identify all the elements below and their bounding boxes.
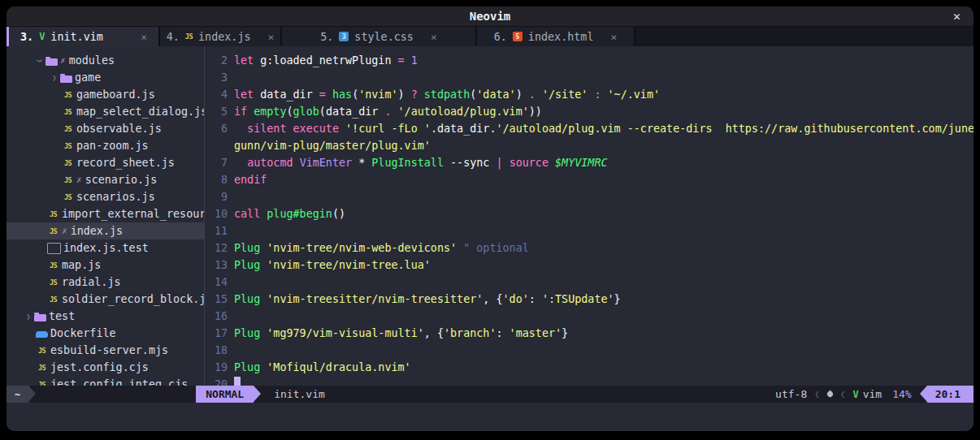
tree-item-esbuild-server-mjs[interactable]: JSesbuild-server.mjs xyxy=(7,342,204,359)
token: | xyxy=(497,157,503,169)
js-icon: JS xyxy=(47,295,59,304)
code-line-12[interactable]: 12Plug 'nvim-tree/nvim-web-devicons' " o… xyxy=(205,239,973,257)
line-number: 5 xyxy=(205,106,228,118)
code-text: gunn/vim-plug/master/plug.vim' xyxy=(228,140,431,152)
tab-close-icon[interactable]: × xyxy=(141,31,147,43)
window-close-icon[interactable]: ✕ xyxy=(953,6,960,26)
tree-item-game[interactable]: ❯game xyxy=(7,69,204,86)
tree-item-test[interactable]: ❯test xyxy=(7,308,204,325)
tab-close-icon[interactable]: × xyxy=(431,31,437,43)
line-number: 4 xyxy=(205,88,228,101)
code-line-13[interactable]: 13Plug 'nvim-tree/nvim-tree.lua' xyxy=(205,257,973,274)
tree-item-soldier-record-block-j[interactable]: JSsoldier_record_block.j xyxy=(7,291,204,308)
code-line-7[interactable]: 7 autocmd VimEnter * PlugInstall --sync … xyxy=(205,154,973,171)
js-icon: JS xyxy=(62,142,74,150)
token: let xyxy=(234,54,254,67)
code-line-18[interactable]: 18 xyxy=(205,342,973,359)
tab-label: init.vim xyxy=(50,31,103,43)
code-line-8[interactable]: 8endif xyxy=(205,171,973,188)
token: has xyxy=(332,88,352,101)
code-line-10[interactable]: 10call plug#begin() xyxy=(205,205,973,222)
line-number: 9 xyxy=(205,191,228,203)
tab-close-icon[interactable]: × xyxy=(268,31,275,43)
tree-item-radial-js[interactable]: JSradial.js xyxy=(7,274,204,291)
tree-item-label: jest.config.cjs xyxy=(50,361,149,373)
tree-item-gameboard-js[interactable]: JSgameboard.js xyxy=(7,86,204,103)
code-line-15[interactable]: 15Plug 'nvim-treesitter/nvim-treesitter'… xyxy=(205,291,973,308)
tab-index-js[interactable]: 4.JSindex.js× xyxy=(160,27,282,46)
js-icon: JS xyxy=(47,278,59,287)
token: '~/.vim' xyxy=(608,88,661,101)
code-line-4[interactable]: 4let data_dir = has('nvim') ? stdpath('d… xyxy=(205,86,973,103)
line-number: 8 xyxy=(205,174,228,186)
code-line-9[interactable]: 9 xyxy=(205,188,973,205)
tree-item-modules[interactable]: ❯✗modules xyxy=(7,52,204,69)
tree-item-label: scenario.js xyxy=(85,174,158,186)
titlebar[interactable]: Neovim ✕ xyxy=(7,6,973,27)
command-line[interactable] xyxy=(7,403,973,431)
line-number: 19 xyxy=(205,361,228,373)
file-tree[interactable]: ❯✗modules❯gameJSgameboard.jsJSmap_select… xyxy=(7,46,205,386)
chevron-down-icon[interactable]: ❯ xyxy=(36,55,44,67)
chevron-right-icon[interactable]: ❯ xyxy=(49,74,60,82)
token: execute xyxy=(293,123,339,135)
code-text: Plug 'mg979/vim-visual-multi', {'branch'… xyxy=(228,327,568,339)
tree-item-dockerfile[interactable]: Dockerfile xyxy=(7,325,204,342)
mode-indicator: NORMAL xyxy=(196,386,254,403)
html-icon: 5 xyxy=(513,32,523,41)
token xyxy=(247,106,254,118)
token: Plug xyxy=(234,293,260,305)
token xyxy=(549,157,555,169)
tree-item-pan-zoom-js[interactable]: JSpan-zoom.js xyxy=(7,137,204,154)
code-line-2[interactable]: 2let g:loaded_netrwPlugin = 1 xyxy=(205,52,973,69)
token xyxy=(326,88,332,101)
line-number: 16 xyxy=(205,310,228,322)
line-number: 11 xyxy=(205,225,228,237)
token: ? xyxy=(411,88,418,101)
js-icon: JS xyxy=(185,32,193,41)
tree-item-map-select-dialog-js[interactable]: JSmap_select_dialog.js xyxy=(7,103,204,120)
token: 'do' xyxy=(503,293,529,305)
code-line-17[interactable]: 17Plug 'mg979/vim-visual-multi', {'branc… xyxy=(205,325,973,342)
tab-index-html[interactable]: 6.5index.html× xyxy=(477,27,635,46)
code-line-11[interactable]: 11 xyxy=(205,222,973,239)
editor-buffer[interactable]: 2let g:loaded_netrwPlugin = 134let data_… xyxy=(205,46,973,386)
line-number: 14 xyxy=(205,276,228,288)
code-line-20[interactable]: 20 xyxy=(205,376,973,386)
code-line-3[interactable]: 3 xyxy=(205,69,973,86)
tree-item-index-js-test[interactable]: index.js.test xyxy=(7,239,204,257)
js-icon: JS xyxy=(47,227,59,235)
window-title: Neovim xyxy=(470,10,511,23)
tab-close-icon[interactable]: × xyxy=(610,31,617,43)
code-line-5[interactable]: 5if empty(glob(data_dir . '/autoload/plu… xyxy=(205,103,973,120)
tree-item-map-js[interactable]: JSmap.js xyxy=(7,257,204,274)
js-icon: JS xyxy=(36,364,48,372)
code-line-14[interactable]: 14 xyxy=(205,274,973,291)
cursor-position: 20:1 xyxy=(927,386,973,403)
code-line-19[interactable]: 19Plug 'Mofiqul/dracula.nvim' xyxy=(205,359,973,376)
code-line-6[interactable]: 6 silent execute '!curl -fLo '.data_dir.… xyxy=(205,120,973,137)
tree-item-record-sheet-js[interactable]: JSrecord_sheet.js xyxy=(7,154,204,171)
tree-item-jest-config-cjs[interactable]: JSjest.config.cjs xyxy=(7,359,204,376)
line-number: 18 xyxy=(205,344,228,356)
tree-item-scenarios-js[interactable]: JSscenarios.js xyxy=(7,188,204,205)
chevron-right-icon[interactable]: ❯ xyxy=(23,313,34,321)
tree-item-index-js[interactable]: JS✗index.js xyxy=(7,222,204,239)
code-text: Plug 'Mofiqul/dracula.nvim' xyxy=(228,361,411,373)
token: 'Mofiqul/dracula.nvim' xyxy=(267,361,410,373)
x-mark-icon: ✗ xyxy=(76,175,82,185)
tree-item-label: import_external_resour xyxy=(62,208,205,220)
line-number: 12 xyxy=(205,242,228,254)
tab-style-css[interactable]: 5.3style.css× xyxy=(282,27,477,46)
token: 'branch' xyxy=(444,327,497,339)
tree-item-observable-js[interactable]: JSobservable.js xyxy=(7,120,204,137)
token: () xyxy=(332,208,345,220)
vim-icon: V xyxy=(39,31,45,42)
code-line-wrap[interactable]: gunn/vim-plug/master/plug.vim' xyxy=(205,137,973,154)
tab-init-vim[interactable]: 3.Vinit.vim× xyxy=(9,27,160,46)
tab-number: 3. xyxy=(20,31,33,43)
tree-item-jest-config-integ-cjs[interactable]: JSjest.config.integ.cjs xyxy=(7,376,204,386)
tree-item-import-external-resour[interactable]: JSimport_external_resour xyxy=(7,205,204,222)
tree-item-scenario-js[interactable]: JS✗scenario.js xyxy=(7,171,204,188)
code-line-16[interactable]: 16 xyxy=(205,308,973,325)
